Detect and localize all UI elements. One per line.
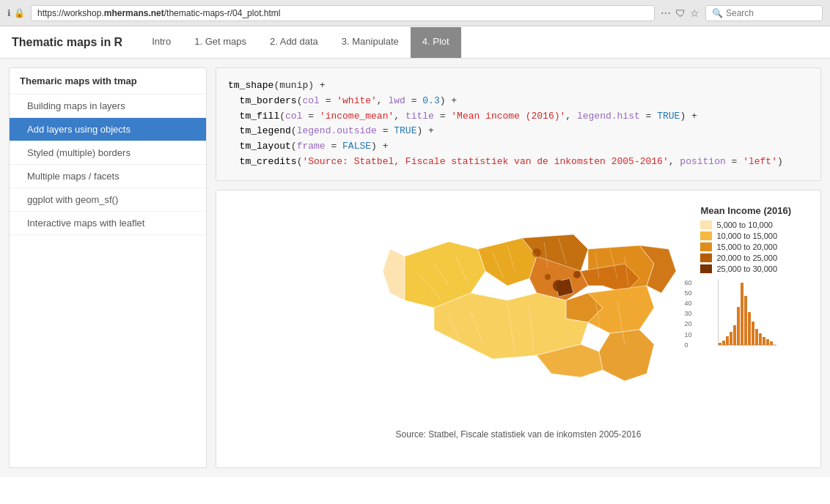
histogram-wrapper: 60 50 40 30 20 10 0 xyxy=(700,279,791,349)
star-icon[interactable]: ☆ xyxy=(690,7,699,19)
nav-tabs: Intro 1. Get maps 2. Add data 3. Manipul… xyxy=(140,27,461,58)
shield-icon[interactable]: 🛡 xyxy=(675,7,686,19)
tab-intro[interactable]: Intro xyxy=(140,27,183,58)
legend-item-2: 10,000 to 15,000 xyxy=(700,231,791,240)
code-line-5: tm_layout(frame = FALSE) + xyxy=(228,139,809,155)
legend-color-2 xyxy=(700,231,712,240)
search-bar[interactable]: 🔍 xyxy=(705,5,823,21)
tab-plot[interactable]: 4. Plot xyxy=(411,27,461,58)
legend-label-4: 20,000 to 25,000 xyxy=(716,253,777,262)
browser-chrome: ℹ 🔒 https://workshop.mhermans.net/themat… xyxy=(0,0,830,26)
svg-rect-34 xyxy=(759,333,762,345)
map-caption: Source: Statbel, Fiscale statistiek van … xyxy=(224,429,813,440)
browser-actions: ⋯ 🛡 ☆ xyxy=(661,7,699,19)
legend-area: Mean Income (2016) 5,000 to 10,000 10,00… xyxy=(700,205,791,349)
search-input[interactable] xyxy=(726,8,816,18)
legend-item-5: 25,000 to 30,000 xyxy=(700,264,791,273)
svg-rect-24 xyxy=(722,341,725,345)
sidebar-item-interactive[interactable]: Interactive maps with leaflet xyxy=(10,212,206,235)
legend-color-3 xyxy=(700,242,712,251)
hist-y-20: 20 xyxy=(684,320,691,327)
svg-rect-23 xyxy=(719,343,721,345)
legend-item-1: 5,000 to 10,000 xyxy=(700,220,791,229)
tab-manipulate[interactable]: 3. Manipulate xyxy=(330,27,411,58)
code-func: tm_shape xyxy=(228,80,273,91)
code-line-1: tm_shape(munip) + xyxy=(228,78,809,94)
browser-icons: ℹ 🔒 xyxy=(7,8,25,18)
code-line-2: tm_borders(col = 'white', lwd = 0.3) + xyxy=(228,94,809,109)
svg-rect-26 xyxy=(730,332,732,345)
content-area: Themaric maps with tmap Building maps in… xyxy=(0,59,830,477)
svg-rect-25 xyxy=(726,336,729,345)
page: Thematic maps in R Intro 1. Get maps 2. … xyxy=(0,26,830,504)
sidebar-item-ggplot[interactable]: ggplot with geom_sf() xyxy=(10,188,206,212)
svg-rect-37 xyxy=(770,341,773,345)
svg-rect-29 xyxy=(741,283,743,345)
code-line-4: tm_legend(legend.outside = TRUE) + xyxy=(228,124,809,139)
legend-label-3: 15,000 to 20,000 xyxy=(716,242,777,251)
code-func: tm_layout xyxy=(240,141,291,152)
legend-color-1 xyxy=(700,220,712,229)
site-title: Thematic maps in R xyxy=(12,36,122,49)
search-icon: 🔍 xyxy=(712,8,723,18)
legend-label-2: 10,000 to 15,000 xyxy=(716,231,777,240)
tab-add-data[interactable]: 2. Add data xyxy=(258,27,330,58)
legend-title: Mean Income (2016) xyxy=(700,205,791,216)
address-bar[interactable]: https://workshop.mhermans.net/thematic-m… xyxy=(31,5,655,21)
svg-rect-30 xyxy=(744,296,747,345)
hist-y-30: 30 xyxy=(684,310,691,317)
code-line-3: tm_fill(col = 'income_mean', title = 'Me… xyxy=(228,109,809,125)
histogram-y-labels: 60 50 40 30 20 10 0 xyxy=(684,279,691,349)
menu-icon[interactable]: ⋯ xyxy=(661,7,671,19)
sidebar-item-styled-borders[interactable]: Styled (multiple) borders xyxy=(10,141,206,165)
legend-label-1: 5,000 to 10,000 xyxy=(716,220,772,229)
sidebar-section-header: Themaric maps with tmap xyxy=(10,68,206,94)
hist-y-50: 50 xyxy=(684,289,691,297)
sidebar: Themaric maps with tmap Building maps in… xyxy=(9,67,207,468)
svg-point-17 xyxy=(573,271,581,278)
legend-color-5 xyxy=(700,264,712,273)
svg-rect-35 xyxy=(763,337,765,345)
map-container: Mean Income (2016) 5,000 to 10,000 10,00… xyxy=(224,198,813,440)
legend-items: 5,000 to 10,000 10,000 to 15,000 15,000 … xyxy=(700,220,791,273)
code-line-6: tm_credits('Source: Statbel, Fiscale sta… xyxy=(228,155,809,170)
legend-item-4: 20,000 to 25,000 xyxy=(700,253,791,262)
hist-y-10: 10 xyxy=(684,331,691,338)
svg-rect-36 xyxy=(766,339,769,345)
code-block: tm_shape(munip) + tm_borders(col = 'whit… xyxy=(216,67,821,181)
legend-color-4 xyxy=(700,253,712,262)
hist-y-60: 60 xyxy=(684,279,691,286)
svg-rect-33 xyxy=(755,329,758,345)
svg-rect-32 xyxy=(752,322,754,345)
hist-y-0: 0 xyxy=(684,341,691,349)
map-area: Mean Income (2016) 5,000 to 10,000 10,00… xyxy=(216,190,821,468)
tab-get-maps[interactable]: 1. Get maps xyxy=(183,27,258,58)
sidebar-item-multiple-maps[interactable]: Multiple maps / facets xyxy=(10,165,206,188)
belgium-map xyxy=(361,198,676,425)
secure-icon: 🔒 xyxy=(14,8,25,18)
main-content: tm_shape(munip) + tm_borders(col = 'whit… xyxy=(216,67,821,468)
code-func: tm_fill xyxy=(240,111,280,122)
sidebar-item-building-maps[interactable]: Building maps in layers xyxy=(10,94,206,118)
top-nav: Thematic maps in R Intro 1. Get maps 2. … xyxy=(0,26,830,59)
legend-item-3: 15,000 to 20,000 xyxy=(700,242,791,251)
svg-point-16 xyxy=(553,280,565,292)
url-text: https://workshop.mhermans.net/thematic-m… xyxy=(37,8,280,18)
svg-point-20 xyxy=(532,248,541,257)
code-func: tm_borders xyxy=(240,95,297,106)
code-func: tm_credits xyxy=(240,156,297,167)
svg-rect-27 xyxy=(733,325,736,345)
svg-rect-28 xyxy=(737,307,740,345)
legend-label-5: 25,000 to 30,000 xyxy=(716,264,777,273)
code-func: tm_legend xyxy=(240,125,291,136)
hist-y-40: 40 xyxy=(684,300,691,307)
svg-point-18 xyxy=(545,274,551,280)
sidebar-item-add-layers[interactable]: Add layers using objects xyxy=(10,118,206,141)
info-icon: ℹ xyxy=(7,8,11,18)
svg-rect-31 xyxy=(748,312,751,345)
histogram-svg xyxy=(718,279,776,349)
